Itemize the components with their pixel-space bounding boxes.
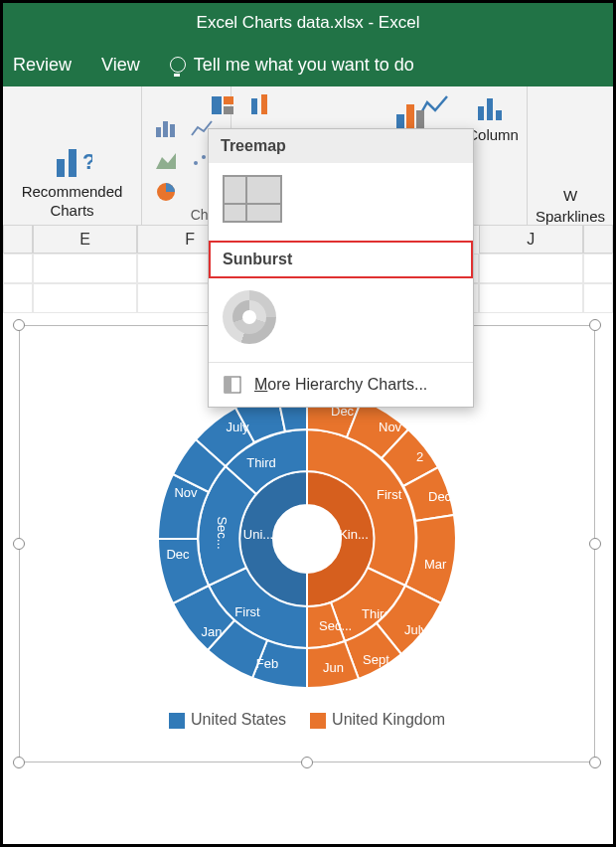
- svg-rect-15: [224, 96, 233, 104]
- resize-handle[interactable]: [13, 538, 25, 550]
- svg-rect-23: [225, 377, 231, 393]
- resize-handle[interactable]: [13, 319, 25, 331]
- svg-point-24: [273, 505, 341, 573]
- recommended-charts-button[interactable]: ? Recommended Charts: [18, 137, 127, 223]
- seg-label: First: [377, 487, 402, 502]
- seg-label: Sept: [363, 652, 389, 667]
- svg-rect-18: [261, 94, 267, 114]
- svg-rect-21: [416, 110, 424, 130]
- sunburst-section-header: Sunburst: [209, 241, 473, 278]
- seg-label: Sec...: [215, 516, 230, 549]
- svg-rect-5: [170, 124, 175, 137]
- tab-view[interactable]: View: [101, 55, 140, 76]
- statistical-chart-button[interactable]: [247, 92, 277, 118]
- legend-swatch-orange: [310, 713, 326, 729]
- seg-label: Mar: [424, 557, 447, 572]
- seg-label: Third: [246, 455, 276, 470]
- resize-handle[interactable]: [589, 757, 601, 768]
- hierarchy-chart-dropdown-button[interactable]: [210, 92, 239, 118]
- bar-chart-icon[interactable]: [154, 117, 180, 139]
- treemap-chart-option[interactable]: [223, 175, 282, 223]
- pie-chart-icon[interactable]: [154, 181, 180, 203]
- sparklines-group-label: Sparklines: [536, 208, 605, 225]
- svg-text:?: ?: [82, 149, 92, 174]
- seg-label: Jun: [323, 660, 344, 675]
- resize-handle[interactable]: [301, 757, 313, 768]
- seg-label: July: [226, 420, 249, 434]
- sunburst-chart[interactable]: Uni... Kin... Uni... Sta... First Third …: [143, 375, 471, 703]
- svg-rect-1: [69, 149, 77, 177]
- lightbulb-icon: [170, 57, 186, 73]
- resize-handle[interactable]: [13, 757, 25, 768]
- chart-legend[interactable]: United States United Kingdom: [20, 703, 594, 739]
- tab-review[interactable]: Review: [13, 55, 72, 76]
- seg-label: Sec...: [319, 618, 352, 633]
- svg-rect-16: [224, 106, 233, 114]
- svg-rect-4: [163, 121, 168, 137]
- svg-rect-14: [212, 96, 222, 114]
- seg-label: Dec: [166, 547, 190, 562]
- svg-rect-12: [487, 98, 493, 120]
- legend-item-us[interactable]: United States: [169, 711, 286, 729]
- treemap-section-header: Treemap: [209, 129, 473, 163]
- seg-label: Nov: [379, 420, 402, 434]
- seg-label: 2: [416, 449, 423, 464]
- legend-item-uk[interactable]: United Kingdom: [310, 711, 445, 729]
- col-E[interactable]: E: [33, 226, 137, 254]
- svg-rect-17: [251, 98, 257, 114]
- area-chart-icon[interactable]: [154, 149, 180, 171]
- seg-label: Jan: [202, 624, 223, 639]
- tell-me-search[interactable]: Tell me what you want to do: [170, 55, 414, 76]
- svg-marker-6: [156, 153, 176, 169]
- recommended-charts-icon: ?: [53, 141, 92, 181]
- window-title-text: Excel Charts data.xlsx - Excel: [197, 13, 420, 33]
- seg-label: Nov: [174, 485, 198, 500]
- seg-label: First: [234, 604, 260, 619]
- svg-rect-20: [406, 104, 414, 130]
- sparkline-column-icon: [476, 92, 510, 122]
- seg-label: Feb: [256, 656, 278, 671]
- svg-rect-3: [156, 127, 161, 137]
- resize-handle[interactable]: [589, 538, 601, 550]
- svg-rect-0: [57, 159, 65, 177]
- col-J[interactable]: J: [479, 226, 583, 254]
- svg-rect-13: [496, 110, 502, 120]
- seg-label: Dec: [428, 489, 452, 504]
- hierarchy-chart-dropdown: Treemap Sunburst More Hierarchy Charts..…: [208, 128, 474, 408]
- sunburst-chart-option[interactable]: [223, 290, 276, 344]
- tell-me-placeholder: Tell me what you want to do: [194, 55, 414, 76]
- window-title: Excel Charts data.xlsx - Excel: [3, 3, 613, 43]
- svg-rect-11: [478, 106, 484, 120]
- svg-point-8: [202, 155, 206, 159]
- pivotchart-button[interactable]: [394, 98, 438, 132]
- winloss-partial[interactable]: W: [563, 187, 577, 204]
- more-charts-icon: [223, 375, 242, 395]
- legend-swatch-blue: [169, 713, 185, 729]
- svg-point-7: [194, 161, 198, 165]
- resize-handle[interactable]: [589, 319, 601, 331]
- ribbon-tabs: Review View Tell me what you want to do: [3, 43, 613, 86]
- seg-label: July: [404, 622, 428, 637]
- more-hierarchy-charts[interactable]: More Hierarchy Charts...: [209, 362, 473, 407]
